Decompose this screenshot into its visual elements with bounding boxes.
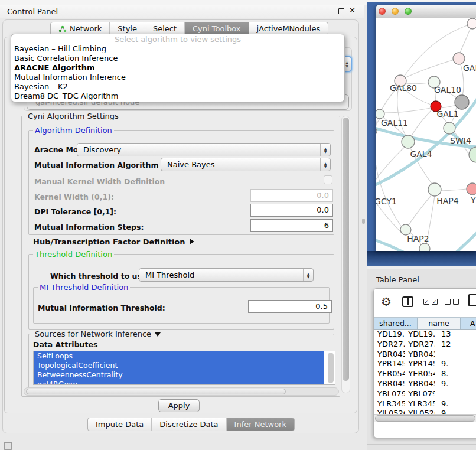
node-label-Y: Y <box>470 195 476 205</box>
combo-spinner-icon[interactable]: ▲▼ <box>320 144 330 156</box>
network-edge[interactable] <box>384 108 431 113</box>
tab-infer-network[interactable]: Infer Network <box>227 418 294 431</box>
network-edge[interactable] <box>376 148 404 185</box>
column-header[interactable]: name <box>418 318 461 329</box>
network-node-GAL[interactable] <box>453 53 465 64</box>
attribute-list-item[interactable]: TopologicalCoefficient <box>34 361 324 370</box>
network-node-node-top[interactable] <box>467 18 476 29</box>
kernel-width-input[interactable]: 0.0 <box>250 189 333 202</box>
combo-spinner-icon[interactable]: ▲▼ <box>320 158 330 171</box>
network-edge[interactable] <box>376 238 403 251</box>
mi-threshold-input[interactable]: 0.5 <box>248 300 332 313</box>
tab-select[interactable]: Select <box>145 22 185 35</box>
network-node-GAL11[interactable] <box>376 109 384 119</box>
table-row[interactable]: YDR27...YDR27...12 <box>374 340 476 350</box>
tab-label: Impute Data <box>96 420 144 429</box>
table-horizontal-scrollbar[interactable] <box>374 414 476 422</box>
network-edge[interactable] <box>412 110 432 136</box>
algorithm-option[interactable]: ARACNE Algorithm <box>11 63 344 73</box>
tab-impute-data[interactable]: Impute Data <box>88 418 152 431</box>
column-header[interactable]: A <box>461 318 476 329</box>
deselect-checkbox-icon[interactable] <box>453 299 459 305</box>
pane-divider-handle[interactable] <box>362 219 365 224</box>
minimized-panel-icon[interactable] <box>4 442 12 450</box>
network-node-HAP4[interactable] <box>428 183 441 196</box>
table-row[interactable]: YBL079WYBL079W <box>374 389 476 399</box>
aracne-mode-combo[interactable]: Discovery ▲▼ <box>77 143 331 156</box>
scrollbar-thumb[interactable] <box>375 415 475 422</box>
sources-group-title[interactable]: Sources for Network Inference <box>33 330 162 338</box>
manual-kernel-checkbox[interactable] <box>324 175 332 184</box>
network-edge[interactable] <box>397 86 406 136</box>
network-node-SWI4[interactable] <box>444 122 455 134</box>
network-node-Y[interactable] <box>467 183 476 195</box>
table-row[interactable]: YDL19...YDL19...13 <box>374 330 476 340</box>
network-window-titlebar[interactable] <box>376 5 476 18</box>
which-threshold-combo[interactable]: MI Threshold ▲▼ <box>139 268 314 282</box>
network-node-node-gray[interactable] <box>455 95 469 109</box>
table-row[interactable]: YIL052CYIL052C9 <box>374 409 476 414</box>
zoom-traffic-light-icon[interactable] <box>405 8 412 15</box>
deselect-checkbox-icon[interactable] <box>445 299 451 305</box>
attribute-list-item[interactable]: gal4RGexp <box>34 380 324 385</box>
algorithm-option[interactable]: Bayesian – K2 <box>11 82 344 92</box>
attribute-list-item[interactable]: SelfLoops <box>34 351 324 361</box>
network-edge[interactable] <box>457 232 476 251</box>
network-canvas[interactable]: GALGAL80GAL10GAL1GAL11SWI4GAL4GCY1HAP4YH… <box>376 18 476 251</box>
mi-steps-input[interactable]: 6 <box>250 219 333 232</box>
close-icon[interactable]: ✕ <box>349 6 356 15</box>
apply-button[interactable]: Apply <box>158 399 200 412</box>
float-window-icon[interactable] <box>338 8 344 14</box>
network-edge[interactable] <box>441 105 456 108</box>
combo-spinner-icon[interactable]: ▲▼ <box>303 269 313 281</box>
table-row[interactable]: YPR145WYPR145W9. <box>374 359 476 369</box>
tab-cyni-toolbox[interactable]: Cyni Toolbox <box>185 22 249 35</box>
network-edge[interactable] <box>405 24 472 76</box>
algorithm-option[interactable]: Basic Correlation Inference <box>11 54 344 63</box>
tab-jactivemnodules[interactable]: jActiveMNodules <box>249 22 328 35</box>
network-node-node-bottom[interactable] <box>419 243 430 251</box>
network-view-window[interactable]: GALGAL80GAL10GAL1GAL11SWI4GAL4GCY1HAP4YH… <box>376 5 476 251</box>
algorithm-option[interactable]: Mutual Information Inference <box>11 73 344 82</box>
select-all-checkbox-icon[interactable]: ✓ <box>432 299 438 305</box>
table-cell: YLR345W <box>405 399 435 409</box>
table-cell: YBL079W <box>405 389 435 399</box>
network-graph[interactable]: GALGAL80GAL10GAL1GAL11SWI4GAL4GCY1HAP4YH… <box>376 18 476 251</box>
hub-definition-expander[interactable]: Hub/Transcription Factor Definition <box>33 237 194 246</box>
data-attributes-list[interactable]: SelfLoopsTopologicalCoefficientBetweenne… <box>33 351 335 385</box>
scrollbar-thumb[interactable] <box>26 389 286 394</box>
table-row[interactable]: YBR045CYBR045C9. <box>374 379 476 389</box>
table-panel-divider[interactable] <box>367 266 476 269</box>
scrollbar-thumb[interactable] <box>343 118 349 381</box>
node-label-GAL1: GAL1 <box>436 109 458 119</box>
network-edge[interactable] <box>406 58 459 77</box>
network-edge[interactable] <box>409 195 431 225</box>
mi-type-combo[interactable]: Naive Bayes ▲▼ <box>161 158 331 171</box>
select-all-checkbox-icon[interactable]: ✓ <box>423 299 429 305</box>
document-icon[interactable] <box>468 294 476 306</box>
network-node-GAL4[interactable] <box>402 135 415 148</box>
which-threshold-value: MI Threshold <box>139 270 303 279</box>
settings-horizontal-scrollbar[interactable] <box>24 387 339 396</box>
algorithm-option[interactable]: Bayesian – Hill Climbing <box>11 44 344 54</box>
column-header[interactable]: shared... <box>374 318 418 329</box>
table-row[interactable]: YBR043CYBR043C <box>374 350 476 360</box>
settings-vertical-scrollbar[interactable] <box>341 116 350 393</box>
gear-icon[interactable]: ⚙ <box>381 295 392 309</box>
table-row[interactable]: YLR345WYLR345W9. <box>374 399 476 409</box>
column-layout-icon[interactable] <box>402 296 413 307</box>
tab-network[interactable]: Network <box>51 22 110 35</box>
network-edge[interactable] <box>441 189 467 191</box>
list-vertical-scrollbar[interactable] <box>328 353 334 383</box>
table-cell: YBR043C <box>374 350 405 360</box>
minimize-traffic-light-icon[interactable] <box>392 8 399 15</box>
table-row[interactable]: YER054CYER054C8. <box>374 369 476 379</box>
algorithm-option[interactable]: Dream8 DC_TDC Algorithm <box>11 92 344 101</box>
kernel-width-label: Kernel Width (0,1): <box>34 193 114 201</box>
close-traffic-light-icon[interactable] <box>379 8 386 15</box>
tab-style[interactable]: Style <box>110 22 145 35</box>
attribute-list-item[interactable]: BetweennessCentrality <box>34 370 324 380</box>
tab-discretize-data[interactable]: Discretize Data <box>152 418 226 431</box>
cyni-algorithm-settings-title: Cyni Algorithm Settings <box>26 112 120 120</box>
dpi-tolerance-input[interactable]: 0.0 <box>250 204 333 217</box>
